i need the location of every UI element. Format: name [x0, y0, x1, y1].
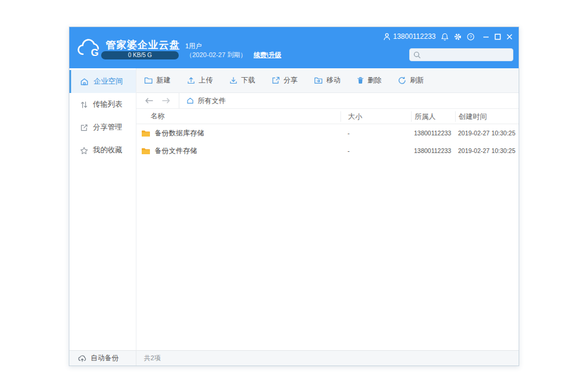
move-icon — [314, 77, 323, 84]
help-button[interactable]: ? — [467, 33, 475, 41]
renew-upgrade-link[interactable]: 续费\升级 — [253, 51, 281, 59]
notifications-button[interactable] — [441, 33, 449, 41]
sidebar-item-label: 分享管理 — [93, 122, 122, 132]
new-button[interactable]: 新建 — [144, 75, 171, 85]
upload-button[interactable]: 上传 — [187, 75, 213, 85]
status-info: 共2项 — [136, 351, 519, 366]
file-owner-cell: 13800112233 — [411, 147, 455, 154]
nav-arrows — [136, 93, 179, 108]
sidebar-item-label: 企业空间 — [93, 77, 123, 87]
sidebar-item-label: 我的收藏 — [93, 145, 122, 155]
table-header: 名称 大小 所属人 创建时间 — [136, 109, 519, 124]
search-icon — [413, 51, 421, 59]
file-name-cell: 备份文件存储 — [136, 146, 340, 156]
delete-button[interactable]: 删除 — [357, 75, 382, 85]
sidebar-item-label: 传输列表 — [93, 99, 122, 109]
sidebar-item-transfer-list[interactable]: 传输列表 — [69, 93, 136, 116]
home-icon — [186, 97, 194, 104]
share-manage-icon — [80, 124, 88, 132]
close-icon — [506, 34, 513, 40]
maximize-icon — [495, 34, 501, 40]
column-header-name[interactable]: 名称 — [136, 111, 340, 121]
app-title-row: 管家婆企业云盘 1用户 — [106, 38, 202, 52]
transfer-arrows-icon — [80, 101, 88, 109]
auto-backup-label: 自动备份 — [91, 353, 119, 363]
table-row[interactable]: 备份文件存储 - 13800112233 2019-02-27 10:30:25 — [136, 142, 519, 160]
share-button[interactable]: 分享 — [272, 75, 298, 85]
subscription-row: 0 KB/5 G （2020-02-27 到期） 续费\升级 — [101, 51, 281, 59]
file-owner-cell: 13800112233 — [411, 129, 455, 137]
account-button[interactable]: 13800112233 — [383, 32, 436, 41]
refresh-icon — [398, 77, 406, 84]
search-box[interactable] — [409, 48, 513, 61]
status-bar: 自动备份 共2项 — [69, 350, 519, 366]
auto-backup-button[interactable]: 自动备份 — [69, 351, 136, 366]
move-button[interactable]: 移动 — [314, 75, 340, 85]
file-size-cell: - — [340, 147, 411, 154]
desktop: G 管家婆企业云盘 1用户 0 KB/5 G （2020-02-27 到期） 续… — [0, 0, 588, 392]
back-arrow-icon — [144, 97, 153, 104]
upload-icon — [187, 77, 195, 84]
toolbar: 新建 上传 — [136, 68, 519, 93]
column-header-size[interactable]: 大小 — [340, 111, 411, 122]
sidebar-item-enterprise-space[interactable]: 企业空间 — [69, 70, 136, 93]
svg-text:G: G — [91, 47, 98, 58]
share-button-label: 分享 — [283, 75, 298, 85]
table-row[interactable]: 备份数据库存储 - 13800112233 2019-02-27 10:30:2… — [136, 124, 519, 142]
forward-arrow-icon — [162, 97, 171, 104]
app-logo-cloud-icon: G — [77, 37, 103, 58]
file-created-cell: 2019-02-27 10:30:25 — [455, 129, 519, 137]
sidebar: 企业空间 传输列表 — [69, 68, 136, 350]
user-count-label: 1用户 — [185, 42, 202, 51]
app-window: G 管家婆企业云盘 1用户 0 KB/5 G （2020-02-27 到期） 续… — [69, 26, 519, 366]
bell-icon — [441, 33, 449, 41]
back-button[interactable] — [144, 97, 153, 104]
svg-text:?: ? — [469, 34, 472, 39]
refresh-button[interactable]: 刷新 — [398, 75, 424, 85]
file-table: 名称 大小 所属人 创建时间 备份数据库存储 - — [136, 109, 519, 350]
folder-icon — [141, 147, 151, 155]
user-icon — [383, 33, 390, 41]
main-panel: 新建 上传 — [136, 68, 519, 350]
breadcrumb-location-label: 所有文件 — [198, 96, 226, 106]
app-title: 管家婆企业云盘 — [106, 38, 180, 52]
file-created-cell: 2019-02-27 10:30:25 — [455, 147, 519, 154]
sidebar-item-share-management[interactable]: 分享管理 — [69, 116, 136, 139]
sidebar-item-my-favorites[interactable]: 我的收藏 — [69, 139, 136, 162]
window-controls-row: 13800112233 ? — [383, 32, 513, 41]
workspace-icon — [80, 78, 89, 86]
settings-button[interactable] — [454, 33, 462, 41]
file-name: 备份文件存储 — [155, 146, 197, 156]
file-name-cell: 备份数据库存储 — [136, 128, 340, 138]
breadcrumb-location[interactable]: 所有文件 — [179, 93, 226, 108]
minimize-icon — [483, 34, 489, 40]
column-header-created[interactable]: 创建时间 — [455, 111, 519, 122]
cloud-backup-icon — [78, 354, 86, 362]
file-size-cell: - — [340, 129, 411, 137]
new-folder-icon — [144, 77, 153, 84]
gear-icon — [454, 33, 462, 41]
star-icon — [80, 147, 88, 155]
delete-button-label: 删除 — [368, 75, 382, 85]
share-icon — [272, 77, 280, 84]
trash-icon — [357, 77, 364, 84]
item-count-label: 共2项 — [144, 354, 161, 363]
new-button-label: 新建 — [156, 75, 171, 85]
maximize-button[interactable] — [495, 34, 501, 40]
move-button-label: 移动 — [326, 75, 340, 85]
forward-button[interactable] — [162, 97, 171, 104]
download-button-label: 下载 — [241, 75, 255, 85]
close-button[interactable] — [506, 34, 513, 40]
account-number: 13800112233 — [393, 32, 436, 41]
column-header-owner[interactable]: 所属人 — [411, 111, 455, 122]
title-bar: G 管家婆企业云盘 1用户 0 KB/5 G （2020-02-27 到期） 续… — [69, 27, 519, 68]
search-input[interactable] — [423, 51, 509, 59]
expiry-label: （2020-02-27 到期） — [186, 51, 246, 59]
window-body: 企业空间 传输列表 — [69, 68, 519, 350]
help-icon: ? — [467, 33, 475, 41]
download-button[interactable]: 下载 — [229, 75, 255, 85]
download-icon — [229, 77, 238, 84]
upload-button-label: 上传 — [199, 75, 213, 85]
file-name: 备份数据库存储 — [155, 128, 204, 138]
minimize-button[interactable] — [483, 34, 489, 40]
